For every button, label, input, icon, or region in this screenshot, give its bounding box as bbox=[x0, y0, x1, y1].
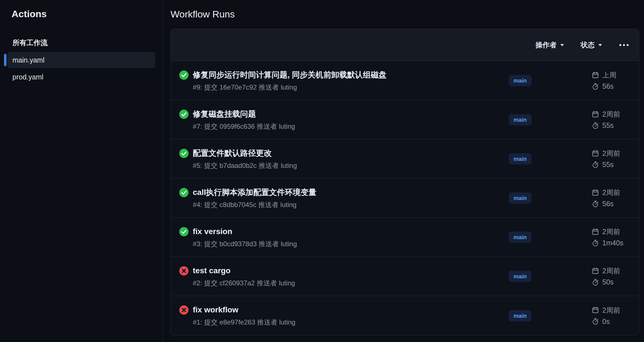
run-summary: fix workflow #1: 提交 e8e97fe263 推送者 lutin… bbox=[179, 304, 509, 327]
calendar-icon bbox=[592, 150, 599, 157]
branch-badge[interactable]: main bbox=[509, 232, 532, 243]
workflow-run-row[interactable]: fix version #3: 提交 b0cd9378d3 推送者 luting… bbox=[171, 218, 639, 257]
stopwatch-icon bbox=[592, 317, 599, 325]
x-circle-icon bbox=[179, 305, 189, 315]
kebab-horizontal-icon bbox=[619, 44, 629, 46]
run-text: fix workflow #1: 提交 e8e97fe263 推送者 lutin… bbox=[193, 304, 295, 327]
run-duration-line: 56s bbox=[592, 199, 639, 208]
branch-badge[interactable]: main bbox=[509, 153, 532, 165]
actor-filter-label: 操作者 bbox=[535, 40, 557, 50]
workflow-item-label: prod.yaml bbox=[12, 73, 43, 81]
status-filter-label: 状态 bbox=[581, 40, 595, 50]
status-icon-slot bbox=[179, 110, 189, 119]
sidebar-item-main-yaml[interactable]: main.yaml bbox=[7, 52, 155, 68]
stopwatch-icon bbox=[592, 239, 599, 247]
workflow-run-row[interactable]: test cargo #2: 提交 cf260937a2 推送者 luting … bbox=[171, 257, 639, 296]
check-circle-icon bbox=[179, 188, 189, 197]
run-commit-info: #3: 提交 b0cd9378d3 推送者 luting bbox=[193, 239, 297, 249]
run-date-line: 2周前 bbox=[592, 227, 639, 236]
stopwatch-icon bbox=[592, 122, 599, 129]
calendar-icon bbox=[592, 189, 599, 196]
run-text: 修复同步运行时间计算问题, 同步关机前卸载默认组磁盘 #9: 提交 16e70e… bbox=[193, 69, 387, 92]
all-workflows-link[interactable]: 所有工作流 bbox=[12, 38, 163, 47]
run-text: 配置文件默认路径更改 #5: 提交 b7daad0b2c 推送者 luting bbox=[193, 148, 297, 170]
run-date-line: 2周前 bbox=[592, 110, 639, 119]
branch-column: main bbox=[509, 153, 592, 165]
status-icon-slot bbox=[179, 149, 189, 158]
workflow-run-list: 修复同步运行时间计算问题, 同步关机前卸载默认组磁盘 #9: 提交 16e70e… bbox=[171, 61, 639, 335]
branch-column: main bbox=[509, 310, 592, 321]
run-duration-line: 55s bbox=[592, 121, 639, 130]
run-meta: 2周前 0s bbox=[592, 306, 639, 326]
run-commit-info: #9: 提交 16e70e7c92 推送者 luting bbox=[193, 83, 387, 92]
sidebar-item-prod-yaml[interactable]: prod.yaml bbox=[7, 69, 155, 85]
run-title-link[interactable]: 修复磁盘挂载问题 bbox=[193, 108, 295, 120]
workflow-runs-panel: 操作者 状态 bbox=[171, 29, 639, 336]
branch-column: main bbox=[509, 271, 592, 282]
run-date-line: 2周前 bbox=[592, 306, 639, 315]
status-icon-slot bbox=[179, 266, 189, 276]
run-date-line: 2周前 bbox=[592, 266, 639, 275]
run-title-link[interactable]: 配置文件默认路径更改 bbox=[193, 148, 297, 159]
run-summary: call执行脚本添加配置文件环境变量 #4: 提交 c8dbb7045c 推送者… bbox=[179, 187, 509, 210]
run-summary: test cargo #2: 提交 cf260937a2 推送者 luting bbox=[179, 265, 509, 288]
run-date: 2周前 bbox=[602, 266, 620, 275]
calendar-icon bbox=[592, 267, 599, 275]
stopwatch-icon bbox=[592, 278, 599, 286]
run-duration-line: 50s bbox=[592, 277, 639, 287]
run-title-link[interactable]: 修复同步运行时间计算问题, 同步关机前卸载默认组磁盘 bbox=[193, 69, 387, 81]
more-options-button[interactable] bbox=[619, 42, 629, 48]
run-meta: 上周 56s bbox=[592, 70, 639, 91]
run-date-line: 2周前 bbox=[592, 188, 639, 197]
status-icon-slot bbox=[179, 227, 189, 236]
run-meta: 2周前 50s bbox=[592, 266, 639, 287]
branch-badge[interactable]: main bbox=[509, 192, 532, 204]
branch-badge[interactable]: main bbox=[509, 114, 532, 125]
run-date: 2周前 bbox=[602, 149, 620, 158]
run-summary: 修复磁盘挂载问题 #7: 提交 0959f6c636 推送者 luting bbox=[179, 108, 509, 131]
branch-column: main bbox=[509, 114, 592, 125]
check-circle-icon bbox=[179, 110, 189, 119]
workflow-run-row[interactable]: 修复同步运行时间计算问题, 同步关机前卸载默认组磁盘 #9: 提交 16e70e… bbox=[171, 61, 639, 100]
status-icon-slot bbox=[179, 188, 189, 197]
stopwatch-icon bbox=[592, 161, 599, 168]
calendar-icon bbox=[592, 306, 599, 314]
actor-filter-dropdown[interactable]: 操作者 bbox=[535, 40, 564, 50]
check-circle-icon bbox=[179, 70, 189, 80]
status-filter-dropdown[interactable]: 状态 bbox=[581, 40, 602, 50]
run-summary: 修复同步运行时间计算问题, 同步关机前卸载默认组磁盘 #9: 提交 16e70e… bbox=[179, 69, 509, 92]
run-commit-info: #4: 提交 c8dbb7045c 推送者 luting bbox=[193, 200, 317, 210]
run-meta: 2周前 56s bbox=[592, 188, 639, 208]
chevron-down-icon bbox=[560, 44, 564, 46]
run-title-link[interactable]: fix version bbox=[193, 226, 297, 237]
run-title-link[interactable]: call执行脚本添加配置文件环境变量 bbox=[193, 187, 317, 198]
run-text: test cargo #2: 提交 cf260937a2 推送者 luting bbox=[193, 265, 295, 288]
run-duration: 0s bbox=[602, 317, 610, 326]
branch-column: main bbox=[509, 75, 592, 86]
workflow-run-row[interactable]: call执行脚本添加配置文件环境变量 #4: 提交 c8dbb7045c 推送者… bbox=[171, 179, 639, 218]
workflow-run-row[interactable]: fix workflow #1: 提交 e8e97fe263 推送者 lutin… bbox=[171, 296, 639, 335]
workflow-item-label: main.yaml bbox=[12, 56, 45, 64]
run-date: 2周前 bbox=[602, 188, 620, 197]
run-duration: 55s bbox=[602, 160, 614, 169]
workflow-run-row[interactable]: 配置文件默认路径更改 #5: 提交 b7daad0b2c 推送者 luting … bbox=[171, 139, 639, 179]
run-date: 2周前 bbox=[602, 227, 620, 236]
branch-badge[interactable]: main bbox=[509, 310, 532, 321]
page-title: Workflow Runs bbox=[171, 7, 639, 21]
calendar-icon bbox=[592, 71, 599, 79]
run-title-link[interactable]: test cargo bbox=[193, 265, 295, 276]
run-title-link[interactable]: fix workflow bbox=[193, 304, 295, 316]
branch-column: main bbox=[509, 192, 592, 204]
run-commit-info: #2: 提交 cf260937a2 推送者 luting bbox=[193, 278, 295, 288]
run-meta: 2周前 55s bbox=[592, 110, 639, 130]
branch-badge[interactable]: main bbox=[509, 75, 532, 86]
branch-badge[interactable]: main bbox=[509, 271, 532, 282]
run-commit-info: #7: 提交 0959f6c636 推送者 luting bbox=[193, 122, 295, 131]
run-date-line: 2周前 bbox=[592, 149, 639, 158]
main-content: Workflow Runs 操作者 状态 bbox=[163, 0, 644, 342]
calendar-icon bbox=[592, 110, 599, 118]
run-duration-line: 55s bbox=[592, 160, 639, 169]
run-date: 2周前 bbox=[602, 306, 620, 315]
run-duration-line: 1m40s bbox=[592, 238, 639, 247]
workflow-run-row[interactable]: 修复磁盘挂载问题 #7: 提交 0959f6c636 推送者 luting ma… bbox=[171, 100, 639, 139]
